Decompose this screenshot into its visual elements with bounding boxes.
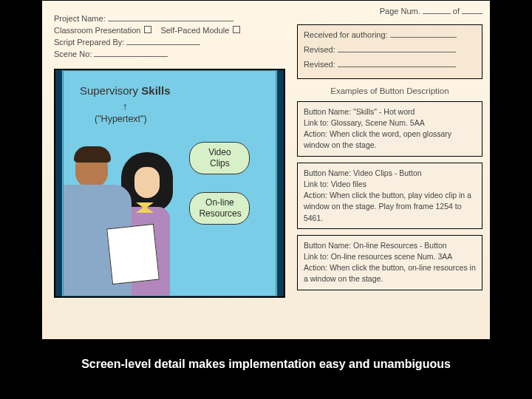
bd1-link-value: Glossary, Scene Num. 5AA [331,118,425,127]
up-arrow-icon: ↑ [123,100,128,112]
selfpaced-label: Self-Paced Module [160,26,229,35]
scene-no-label: Scene No: [54,50,92,58]
received-label: Received for authoring: [304,30,388,41]
revised2-blank [338,60,456,67]
caption: Screen-level detail makes implementation… [0,358,532,371]
video-clips-button[interactable]: Video Clips [189,142,250,174]
stage-right: Video Clips On-line Resources [186,71,275,296]
scene-no-blank [94,50,168,57]
page-num-blank [423,7,451,14]
sheet-right: Page Num. of Received for authoring: Rev… [293,1,490,339]
hypertext-label: ("Hypertext") [95,114,147,124]
bd2-link-value: Video files [331,180,366,188]
classroom-checkbox[interactable] [144,26,151,33]
bd2-action-value: When click the button, play video clip i… [304,191,471,222]
script-prepared-label: Script Prepared By: [54,38,124,47]
examples-header: Examples of Button Description [297,86,482,95]
classroom-label: Classroom Presentation [54,26,140,35]
bd1-name-label: Button Name: [304,107,351,116]
bd2-action-label: Action: [304,191,327,200]
bd1-action-label: Action: [304,129,327,138]
bd3-link-value: On-line resources scene Num. 3AA [331,252,453,261]
bd1-name-value: "Skills" - Hot word [353,107,415,116]
selfpaced-checkbox[interactable] [233,26,240,33]
online-resources-button[interactable]: On-line Resources [189,192,250,225]
people-illustration [64,148,186,296]
authoring-box: Received for authoring: Revised: Revised… [297,24,482,79]
bd2-link-label: Link to: [304,180,329,188]
bd3-link-label: Link to: [304,252,329,261]
paper-icon [106,224,160,284]
bd2-name-label: Button Name: [304,168,351,177]
project-name-blank [108,14,233,21]
bd3-name-label: Button Name: [304,241,351,250]
bd3-action-label: Action: [304,263,327,272]
project-name-label: Project Name: [54,14,106,23]
script-prepared-blank [126,38,200,45]
page-num-row: Page Num. of [297,7,482,16]
revised1-label: Revised: [304,44,335,56]
title-skills: Skills [141,84,170,97]
received-blank [390,30,457,38]
storyboard-sheet: Project Name: Classroom Presentation Sel… [41,0,491,340]
stage-area: Supervisory Skills ↑ ("Hypertext") [54,69,285,298]
button-desc-3: Button Name: On-line Resources - Button … [297,235,482,290]
page-total-blank [462,7,482,14]
button-desc-1: Button Name: "Skills" - Hot word Link to… [297,101,482,157]
title-supervisory: Supervisory [80,84,138,97]
skills-title: Supervisory Skills [64,84,186,97]
revised2-label: Revised: [304,59,335,71]
module-type-row: Classroom Presentation Self-Paced Module [54,26,285,35]
stage-inner: Supervisory Skills ↑ ("Hypertext") [63,70,276,296]
bd1-link-label: Link to: [304,118,329,127]
script-prepared-row: Script Prepared By: [54,38,285,47]
scene-no-row: Scene No: [54,50,285,58]
button-desc-2: Button Name: Video Clips - Button Link t… [297,163,482,229]
bd2-name-value: Video Clips - Button [353,168,422,177]
bd3-action-value: When click the button, on-line resources… [304,263,476,283]
revised1-blank [338,45,456,52]
sheet-left: Project Name: Classroom Presentation Sel… [42,1,293,339]
of-label: of [453,7,460,16]
project-name-row: Project Name: [54,14,285,23]
page-num-label: Page Num. [380,7,420,16]
stage-left: Supervisory Skills ↑ ("Hypertext") [64,71,186,296]
bd3-name-value: On-line Resources - Button [353,241,447,250]
